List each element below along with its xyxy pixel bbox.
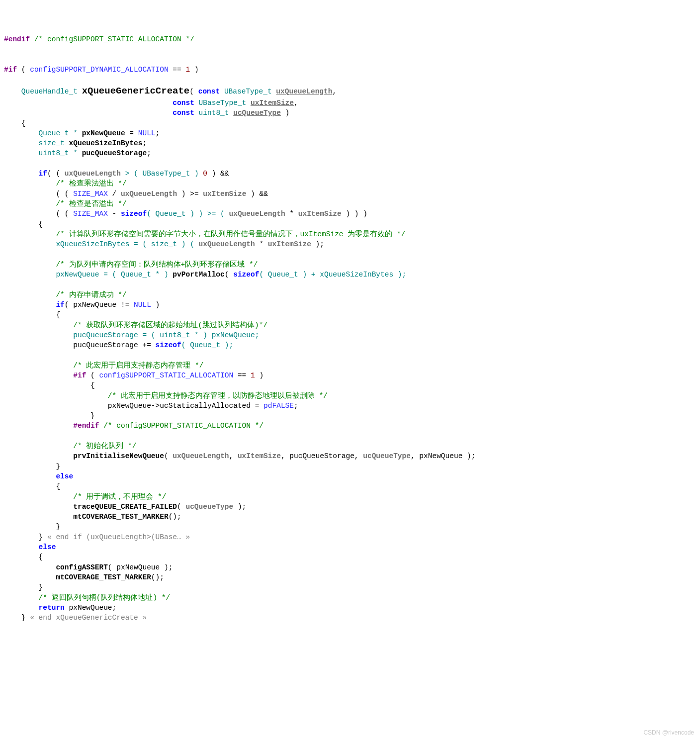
fold-hint: « end xQueueGenericCreate » (30, 614, 147, 622)
directive-if: #if (4, 371, 86, 379)
directive-endif: #endif (4, 35, 30, 43)
param-uxItemSize: uxItemSize (251, 99, 294, 107)
keyword-if: if (4, 301, 65, 309)
comment: /* 用于调试，不用理会 */ (4, 493, 166, 501)
directive-endif: #endif (4, 422, 99, 430)
keyword-return: return (4, 604, 65, 612)
keyword-else: else (4, 543, 56, 551)
fn-mtCOVERAGE_TEST_MARKER: mtCOVERAGE_TEST_MARKER (4, 513, 169, 521)
param-uxQueueLength: uxQueueLength (276, 88, 332, 95)
fold-hint: « end if (uxQueueLength>(UBase… » (47, 533, 190, 541)
keyword-if: if (4, 170, 47, 178)
fn-prvInitialiseNewQueue: prvInitialiseNewQueue (4, 452, 164, 460)
comment: /* 计算队列环形存储空间需要的字节大小，在队列用作信号量的情况下，uxItem… (4, 230, 405, 238)
macro: configSUPPORT_DYNAMIC_ALLOCATION (30, 66, 168, 74)
param-ucQueueType: ucQueueType (233, 109, 281, 117)
comment: /* 获取队列环形存储区域的起始地址(跳过队列结构体)*/ (4, 321, 267, 329)
fn-pvPortMalloc: pvPortMalloc (173, 271, 224, 278)
var-xQueueSizeInBytes: xQueueSizeInBytes (69, 139, 143, 147)
function-name: xQueueGenericCreate (82, 86, 190, 96)
comment: /* configSUPPORT_STATIC_ALLOCATION */ (30, 35, 194, 43)
comment: /* 初始化队列 */ (4, 442, 136, 450)
comment: /* 为队列申请内存空间：队列结构体+队列环形存储区域 */ (4, 261, 258, 269)
keyword-else: else (4, 472, 73, 480)
code-block: #endif /* configSUPPORT_STATIC_ALLOCATIO… (4, 34, 696, 623)
fn-traceQUEUE_CREATE_FAILED: traceQUEUE_CREATE_FAILED (4, 503, 177, 511)
comment: /* 检查是否溢出 */ (4, 200, 127, 208)
fn-configASSERT: configASSERT (4, 563, 108, 571)
comment: /* 检查乘法溢出 */ (4, 180, 127, 187)
fn-mtCOVERAGE_TEST_MARKER: mtCOVERAGE_TEST_MARKER (4, 573, 151, 581)
comment: /* 此宏用于启用支持静态内存管理，以防静态地理以后被删除 */ (4, 392, 328, 400)
comment: /* 此宏用于启用支持静态内存管理 */ (4, 362, 203, 370)
comment: /* 返回队列句柄(队列结构体地址) */ (4, 594, 170, 602)
directive-if: #if (4, 66, 17, 74)
return-type: QueueHandle_t (4, 88, 82, 95)
var-pucQueueStorage: pucQueueStorage (82, 149, 147, 157)
comment: /* 内存申请成功 */ (4, 291, 127, 299)
var-pxNewQueue: pxNewQueue (82, 129, 125, 137)
